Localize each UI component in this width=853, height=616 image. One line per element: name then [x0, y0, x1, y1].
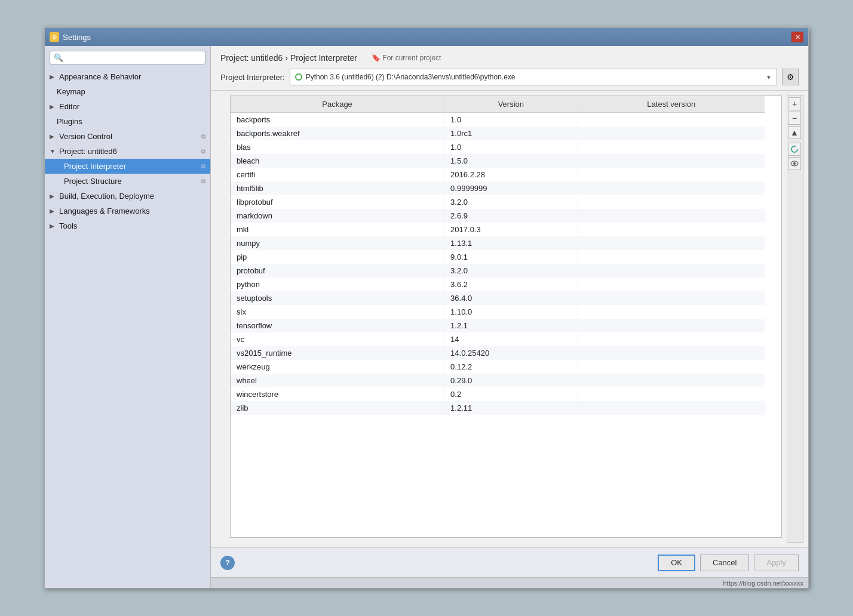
remove-package-button[interactable]: − [788, 112, 801, 125]
table-row[interactable]: html5lib0.9999999 [231, 181, 765, 195]
close-button[interactable]: ✕ [791, 32, 803, 42]
refresh-icon [790, 145, 799, 153]
table-row[interactable]: tensorflow1.2.1 [231, 319, 765, 332]
table-row[interactable]: python3.6.2 [231, 278, 765, 291]
apply-button[interactable]: Apply [754, 555, 799, 571]
sidebar-item-project[interactable]: ▼ Project: untitled6 ⧉ [45, 144, 210, 159]
package-latest [578, 168, 765, 181]
sidebar-item-tools[interactable]: ▶ Tools [45, 218, 210, 233]
sidebar-item-plugins[interactable]: Plugins [45, 114, 210, 129]
chevron-down-icon: ▼ [50, 148, 57, 155]
package-name: libprotobuf [231, 195, 444, 209]
gear-button[interactable]: ⚙ [782, 69, 799, 85]
interpreter-select-dropdown[interactable]: Python 3.6 (untitled6) (2) D:\Anaconda3\… [290, 69, 777, 85]
title-bar: ⚙ Settings ✕ [45, 28, 808, 46]
package-version: 9.0.1 [444, 250, 578, 264]
copy-icon: ⧉ [201, 148, 205, 155]
package-latest [578, 401, 765, 415]
package-version: 1.2.11 [444, 401, 578, 415]
table-row[interactable]: zlib1.2.11 [231, 401, 765, 415]
table-row[interactable]: pip9.0.1 [231, 250, 765, 264]
status-indicator [295, 73, 302, 81]
package-name: certifi [231, 168, 444, 181]
table-area: Package Version Latest version backports… [220, 96, 803, 543]
refresh-button[interactable] [788, 143, 801, 156]
sidebar-item-build[interactable]: ▶ Build, Execution, Deployme [45, 189, 210, 204]
ok-button[interactable]: OK [658, 555, 695, 571]
package-latest [578, 209, 765, 223]
package-name: bleach [231, 154, 444, 168]
sidebar: 🔍 ▶ Appearance & Behavior Keymap ▶ Edito… [45, 46, 211, 588]
copy-icon: ⧉ [201, 178, 205, 185]
sidebar-item-keymap[interactable]: Keymap [45, 84, 210, 99]
main-content: 🔍 ▶ Appearance & Behavior Keymap ▶ Edito… [45, 46, 808, 588]
package-version: 1.13.1 [444, 236, 578, 250]
sidebar-item-version-control[interactable]: ▶ Version Control ⧉ [45, 129, 210, 144]
sidebar-item-label: Appearance & Behavior [59, 72, 141, 81]
cancel-button[interactable]: Cancel [700, 555, 749, 571]
table-row[interactable]: werkzeug0.12.2 [231, 360, 765, 374]
table-row[interactable]: vs2015_runtime14.0.25420 [231, 346, 765, 360]
package-version: 3.2.0 [444, 264, 578, 278]
table-action-bar: + − ▲ [787, 96, 803, 543]
chevron-right-icon: ▶ [50, 193, 57, 199]
package-version: 2.6.9 [444, 209, 578, 223]
table-row[interactable]: bleach1.5.0 [231, 154, 765, 168]
package-latest [578, 360, 765, 374]
sidebar-item-label: Plugins [57, 117, 82, 126]
packages-table-container: Package Version Latest version backports… [230, 96, 782, 538]
package-version: 14.0.25420 [444, 346, 578, 360]
status-text: https://blog.csdn.net/xxxxxx [723, 580, 803, 587]
package-name: markdown [231, 209, 444, 223]
package-version: 0.12.2 [444, 360, 578, 374]
sidebar-item-appearance[interactable]: ▶ Appearance & Behavior [45, 69, 210, 84]
add-package-button[interactable]: + [788, 97, 801, 110]
table-row[interactable]: backports1.0 [231, 113, 765, 127]
eye-button[interactable] [788, 157, 801, 170]
copy-icon: ⧉ [201, 133, 205, 140]
table-row[interactable]: blas1.0 [231, 140, 765, 154]
interpreter-row: Project Interpreter: Python 3.6 (untitle… [220, 69, 799, 85]
package-version: 2016.2.28 [444, 168, 578, 181]
package-version: 3.6.2 [444, 278, 578, 291]
up-button[interactable]: ▲ [788, 126, 801, 139]
table-row[interactable]: libprotobuf3.2.0 [231, 195, 765, 209]
package-latest [578, 374, 765, 387]
package-version: 14 [444, 332, 578, 346]
package-version: 1.5.0 [444, 154, 578, 168]
table-row[interactable]: wincertstore0.2 [231, 387, 765, 401]
eye-icon [790, 161, 799, 167]
package-latest [578, 195, 765, 209]
package-version: 0.29.0 [444, 374, 578, 387]
table-row[interactable]: numpy1.13.1 [231, 236, 765, 250]
search-box[interactable]: 🔍 [50, 51, 205, 64]
sidebar-item-project-interpreter[interactable]: Project Interpreter ⧉ [45, 159, 210, 174]
sidebar-item-languages[interactable]: ▶ Languages & Frameworks [45, 204, 210, 218]
chevron-down-icon: ▼ [766, 74, 772, 81]
table-row[interactable]: setuptools36.4.0 [231, 291, 765, 305]
package-name: backports.weakref [231, 127, 444, 140]
table-row[interactable]: protobuf3.2.0 [231, 264, 765, 278]
table-row[interactable]: wheel0.29.0 [231, 374, 765, 387]
for-project-label: 🔖 For current project [372, 54, 441, 62]
sidebar-item-label: Project Interpreter [64, 162, 126, 171]
sidebar-item-editor[interactable]: ▶ Editor [45, 99, 210, 114]
help-button[interactable]: ? [220, 556, 235, 570]
chevron-right-icon: ▶ [50, 73, 57, 80]
breadcrumb-page: Project Interpreter [290, 53, 357, 63]
table-row[interactable]: six1.10.0 [231, 305, 765, 319]
sidebar-item-label: Editor [59, 102, 79, 111]
table-row[interactable]: mkl2017.0.3 [231, 223, 765, 236]
package-name: werkzeug [231, 360, 444, 374]
package-version: 1.2.1 [444, 319, 578, 332]
chevron-right-icon: ▶ [50, 223, 57, 229]
table-row[interactable]: backports.weakref1.0rc1 [231, 127, 765, 140]
table-row[interactable]: markdown2.6.9 [231, 209, 765, 223]
table-row[interactable]: certifi2016.2.28 [231, 168, 765, 181]
package-version: 1.0 [444, 140, 578, 154]
package-name: protobuf [231, 264, 444, 278]
table-row[interactable]: vc14 [231, 332, 765, 346]
search-input[interactable] [66, 54, 201, 62]
package-latest [578, 250, 765, 264]
sidebar-item-project-structure[interactable]: Project Structure ⧉ [45, 174, 210, 189]
